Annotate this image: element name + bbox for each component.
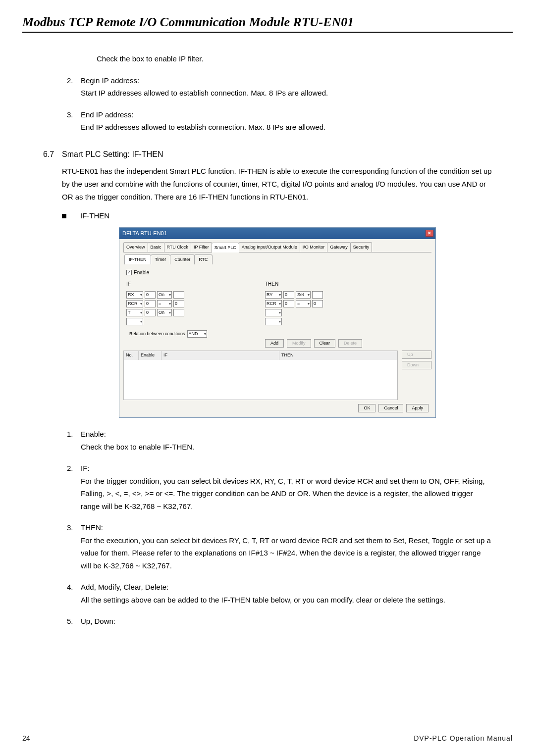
list-item: 5.Up, Down:: [22, 615, 513, 628]
cancel-button[interactable]: Cancel: [378, 404, 403, 412]
item-body: Add, Modify, Clear, Delete:All the setti…: [81, 581, 513, 606]
device-select[interactable]: [126, 318, 143, 325]
rules-grid[interactable]: No. Enable IF THEN: [123, 351, 398, 400]
device-select[interactable]: =: [296, 300, 311, 307]
col-enable: Enable: [139, 351, 161, 359]
content: Check the box to enable IP filter. 2.Beg…: [22, 52, 513, 628]
square-bullet-icon: [62, 214, 66, 218]
condition-row: [265, 318, 389, 325]
item-body: IF:For the trigger condition, you can se…: [81, 462, 513, 512]
subtab-if-then[interactable]: IF-THEN: [124, 254, 151, 264]
dialog-body: OverviewBasicRTU ClockIP FilterSmart PLC…: [119, 239, 435, 418]
close-icon[interactable]: ✕: [426, 230, 433, 237]
value-input[interactable]: [173, 291, 184, 299]
condition-row: RX0On: [126, 291, 250, 299]
value-input[interactable]: 0: [145, 309, 156, 316]
item-number: 2.: [67, 74, 81, 100]
item-number: 1.: [67, 428, 81, 453]
dialog-window: DELTA RTU-EN01 ✕ OverviewBasicRTU ClockI…: [119, 227, 436, 418]
device-select[interactable]: T: [126, 309, 143, 316]
tab-ip-filter[interactable]: IP Filter: [191, 242, 212, 252]
tab-security[interactable]: Security: [350, 242, 373, 252]
page-footer: 24 DVP-PLC Operation Manual: [22, 731, 513, 742]
item-title: Up, Down:: [81, 615, 493, 628]
subtab-timer[interactable]: Timer: [151, 254, 171, 264]
condition-row: RY0Set: [265, 291, 389, 299]
enable-checkbox[interactable]: ✓: [126, 270, 132, 275]
add-button[interactable]: Add: [265, 339, 284, 348]
device-select[interactable]: Set: [296, 291, 311, 299]
value-input[interactable]: 0: [145, 291, 156, 299]
apply-button[interactable]: Apply: [406, 404, 428, 412]
device-select[interactable]: On: [157, 309, 172, 316]
section-title: Smart PLC Setting: IF-THEN: [62, 150, 163, 158]
device-select[interactable]: On: [157, 291, 172, 299]
enable-checkbox-row: ✓ Enable: [126, 268, 431, 277]
grid-area: No. Enable IF THEN Up Down: [123, 351, 431, 400]
dialog-titlebar: DELTA RTU-EN01 ✕: [119, 228, 435, 239]
tab-basic[interactable]: Basic: [148, 242, 164, 252]
clear-button[interactable]: Clear: [314, 339, 336, 348]
value-input[interactable]: 0: [283, 291, 294, 299]
item-body: THEN:For the execution, you can select b…: [81, 521, 513, 572]
device-select[interactable]: RCR: [126, 300, 143, 307]
down-button[interactable]: Down: [402, 361, 431, 369]
col-if: IF: [161, 351, 279, 359]
dialog-title-text: DELTA RTU-EN01: [122, 229, 167, 238]
enable-label: Enable: [134, 268, 149, 277]
item-body: Up, Down:: [81, 615, 513, 628]
document-title: Modbus TCP Remote I/O Communication Modu…: [22, 15, 513, 33]
item-title: Add, Modify, Clear, Delete:: [81, 581, 493, 594]
value-input[interactable]: 0: [173, 300, 184, 307]
list-item: 3.THEN:For the execution, you can select…: [22, 521, 513, 572]
item-text: For the execution, you can select bit de…: [81, 534, 493, 572]
condition-row: T0On: [126, 309, 250, 316]
delete-button[interactable]: Delete: [338, 339, 362, 348]
tab-analog-input-output-module[interactable]: Analog Input/Output Module: [239, 242, 300, 252]
tab-rtu-clock[interactable]: RTU Clock: [164, 242, 191, 252]
subtab-counter[interactable]: Counter: [170, 254, 195, 264]
page-number: 24: [22, 734, 30, 742]
value-input[interactable]: 0: [145, 300, 156, 307]
item-title: THEN:: [81, 521, 493, 534]
item-text: For the trigger condition, you can selec…: [81, 475, 493, 513]
ok-button[interactable]: OK: [358, 404, 375, 412]
device-select[interactable]: [265, 309, 282, 316]
manual-name: DVP-PLC Operation Manual: [414, 734, 513, 742]
value-input[interactable]: [312, 291, 323, 299]
value-input[interactable]: 0: [283, 300, 294, 307]
list-item: 2.Begin IP address:Start IP addresses al…: [22, 74, 513, 100]
then-label: THEN: [265, 280, 389, 288]
device-select[interactable]: [265, 318, 282, 325]
col-then: THEN: [279, 351, 397, 359]
tab-gateway[interactable]: Gateway: [327, 242, 351, 252]
relation-select[interactable]: AND: [187, 330, 207, 338]
value-input[interactable]: 0: [312, 300, 323, 307]
page: Modbus TCP Remote I/O Communication Modu…: [0, 0, 535, 756]
tab-i-o-monitor[interactable]: I/O Monitor: [300, 242, 328, 252]
relation-label: Relation between conditions: [129, 330, 185, 338]
item-number: 2.: [67, 462, 81, 512]
condition-row: RCR0=0: [265, 300, 389, 307]
tab-smart-plc[interactable]: Smart PLC: [212, 243, 239, 252]
up-button[interactable]: Up: [402, 351, 431, 359]
value-input[interactable]: [173, 309, 184, 316]
section-number: 6.7: [43, 148, 62, 161]
device-select[interactable]: RCR: [265, 300, 282, 307]
item-body: Enable:Check the box to enable IF-THEN.: [81, 428, 513, 453]
tab-overview[interactable]: Overview: [123, 242, 148, 252]
condition-row: [265, 309, 389, 316]
device-select[interactable]: RY: [265, 291, 282, 299]
modify-button[interactable]: Modify: [287, 339, 311, 348]
section-body: RTU-EN01 has the independent Smart PLC f…: [62, 165, 513, 204]
device-select[interactable]: RX: [126, 291, 143, 299]
item-title: Begin IP address:: [81, 74, 493, 87]
item-number: 4.: [67, 581, 81, 606]
section-heading: 6.7Smart PLC Setting: IF-THEN: [22, 148, 513, 161]
subtab-rtc[interactable]: RTC: [194, 254, 212, 264]
condition-row: [126, 318, 250, 325]
relation-row: Relation between conditions AND: [129, 330, 250, 338]
list-item: 2.IF:For the trigger condition, you can …: [22, 462, 513, 512]
device-select[interactable]: =: [157, 300, 172, 307]
item-title: End IP address:: [81, 108, 493, 121]
